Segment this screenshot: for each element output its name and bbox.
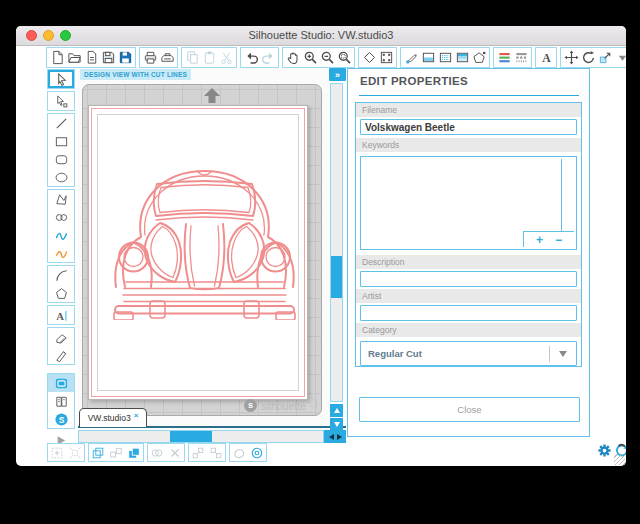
design-page-button[interactable] xyxy=(48,374,74,392)
tool-rectangle[interactable] xyxy=(48,132,74,150)
zoom-selection-icon xyxy=(337,50,352,65)
weld-icon xyxy=(150,446,164,460)
undo-icon xyxy=(244,50,259,65)
horizontal-scrollbar-thumb[interactable] xyxy=(170,431,212,442)
offset-button[interactable] xyxy=(231,445,247,460)
send-to-silhouette-button[interactable] xyxy=(159,49,175,66)
fill-pattern-button[interactable] xyxy=(437,49,453,66)
tool-rounded-rectangle[interactable] xyxy=(48,150,74,168)
expand-panel-button[interactable]: » xyxy=(329,68,346,81)
copy-icon xyxy=(185,50,200,65)
save-to-library-button[interactable] xyxy=(117,49,133,66)
close-button[interactable]: Close xyxy=(359,397,580,422)
tool-freehand[interactable] xyxy=(48,226,74,244)
zoom-in-button[interactable] xyxy=(302,49,318,66)
offset-icon xyxy=(232,446,246,460)
document-tab[interactable]: VW.studio3 × xyxy=(79,408,147,427)
save-button[interactable] xyxy=(100,49,116,66)
cut-button[interactable] xyxy=(218,49,234,66)
tool-knife[interactable] xyxy=(48,346,74,364)
zoom-out-button[interactable] xyxy=(319,49,335,66)
select-trace-area-button[interactable] xyxy=(49,445,65,460)
pan-hand-icon xyxy=(286,50,301,65)
color-picker-button[interactable] xyxy=(403,49,419,66)
description-input[interactable] xyxy=(360,271,577,287)
tool-smooth-freehand[interactable] xyxy=(48,244,74,262)
text-style-button[interactable] xyxy=(538,49,554,66)
scroll-up-button[interactable] xyxy=(330,404,343,417)
document-tab-label: VW.studio3 xyxy=(88,413,131,423)
rotate-button[interactable] xyxy=(580,49,596,66)
ellipse-tool-icon xyxy=(54,170,69,185)
trace-button[interactable] xyxy=(249,445,265,460)
delete-button[interactable] xyxy=(167,445,183,460)
tool-line[interactable] xyxy=(48,114,74,132)
filename-input[interactable] xyxy=(360,119,577,135)
more-options-button[interactable] xyxy=(614,49,626,66)
line-style-button[interactable] xyxy=(513,49,529,66)
resize-grip[interactable] xyxy=(614,454,625,465)
make-compound-path-button[interactable] xyxy=(126,445,142,460)
down-arrow-icon xyxy=(334,422,340,427)
vw-beetle-drawing[interactable] xyxy=(112,165,297,320)
vertical-scrollbar-thumb[interactable] xyxy=(331,256,342,298)
tool-curve[interactable] xyxy=(48,208,74,226)
save-icon xyxy=(101,50,116,65)
redo-icon xyxy=(261,50,276,65)
replicate-right-button[interactable] xyxy=(208,445,224,460)
sketch-icon xyxy=(472,50,487,65)
tab-close-icon[interactable]: × xyxy=(134,411,139,420)
open-icon xyxy=(67,50,82,65)
sketch-button[interactable] xyxy=(471,49,487,66)
copy-button[interactable] xyxy=(184,49,200,66)
line-color-icon xyxy=(497,50,512,65)
line-color-button[interactable] xyxy=(496,49,512,66)
library-button[interactable] xyxy=(48,392,74,410)
scale-button[interactable] xyxy=(597,49,613,66)
open-button[interactable] xyxy=(66,49,82,66)
view-mode-badge: DESIGN VIEW WITH CUT LINES xyxy=(80,69,191,80)
group-icon xyxy=(91,446,105,460)
move-button[interactable] xyxy=(563,49,579,66)
print-button[interactable] xyxy=(142,49,158,66)
replicate-left-button[interactable] xyxy=(190,445,206,460)
titlebar[interactable]: Silhouette Studio: VW.studio3 xyxy=(16,26,626,46)
category-value: Regular Cut xyxy=(361,348,549,359)
rounded-rectangle-tool-icon xyxy=(54,152,69,167)
remove-keyword-button[interactable]: − xyxy=(555,234,562,246)
add-keyword-button[interactable]: + xyxy=(536,234,543,246)
tool-point-editing[interactable] xyxy=(48,92,74,110)
save-as-button[interactable] xyxy=(83,49,99,66)
group-button[interactable] xyxy=(90,445,106,460)
zoom-selection-button[interactable] xyxy=(336,49,352,66)
tool-eraser[interactable] xyxy=(48,328,74,346)
store-button[interactable]: S xyxy=(48,410,74,428)
tool-ellipse[interactable] xyxy=(48,168,74,186)
artist-input[interactable] xyxy=(360,305,577,321)
tool-group-draw xyxy=(47,189,75,263)
tool-polygon[interactable] xyxy=(48,190,74,208)
zoom-drawing-button[interactable] xyxy=(361,49,377,66)
horizontal-scroll-buttons[interactable] xyxy=(324,430,346,443)
tool-text[interactable] xyxy=(48,306,74,324)
tool-regular-polygon[interactable] xyxy=(48,284,74,302)
weld-button[interactable] xyxy=(149,445,165,460)
panel-title-underline xyxy=(359,95,579,96)
pan-button[interactable] xyxy=(285,49,301,66)
paste-button[interactable] xyxy=(201,49,217,66)
vertical-scrollbar-track[interactable] xyxy=(330,83,343,402)
redo-button[interactable] xyxy=(260,49,276,66)
ungroup-button[interactable] xyxy=(108,445,124,460)
fit-to-page-button[interactable] xyxy=(378,49,394,66)
panel-group: S xyxy=(47,373,75,429)
fill-gradient-button[interactable] xyxy=(454,49,470,66)
fill-color-button[interactable] xyxy=(420,49,436,66)
tool-select[interactable] xyxy=(48,70,74,88)
polygon-tool-icon xyxy=(54,192,69,207)
new-document-button[interactable] xyxy=(49,49,65,66)
release-trace-area-button[interactable] xyxy=(67,445,83,460)
tool-arc[interactable] xyxy=(48,266,74,284)
undo-button[interactable] xyxy=(243,49,259,66)
preferences-button[interactable] xyxy=(597,443,612,458)
category-dropdown[interactable]: Regular Cut xyxy=(360,341,577,366)
